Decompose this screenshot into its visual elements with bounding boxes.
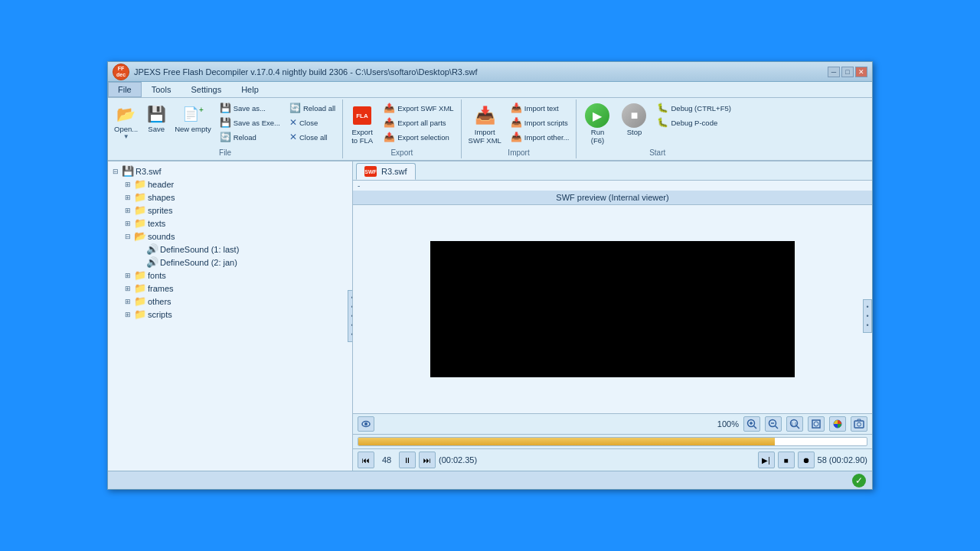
tree-node-root[interactable]: ⊟ 💾 R3.swf <box>111 165 349 178</box>
tab-label-r3: R3.swf <box>381 167 407 176</box>
zoom-out-button[interactable] <box>765 416 782 432</box>
tree-node-sounds[interactable]: ⊟ 📂 sounds <box>111 230 349 243</box>
preview-settings-button[interactable] <box>358 416 374 432</box>
run-button[interactable]: ▶ Run(F6) <box>580 101 615 147</box>
tree-node-sound1[interactable]: 🔊 DefineSound (1: last) <box>111 243 349 256</box>
screenshot-button[interactable] <box>851 416 867 432</box>
export-swf-xml-button[interactable]: 📤 Export SWF XML <box>380 101 457 115</box>
end-button[interactable]: ■ <box>778 452 795 468</box>
tree-toggle-texts[interactable]: ⊞ <box>123 220 132 227</box>
end-frame-display: 58 (00:02.90) <box>818 455 867 465</box>
import-text-button[interactable]: 📥 Import text <box>507 101 573 115</box>
close-all-icon: ✕ <box>289 132 297 142</box>
svg-point-3 <box>364 422 368 425</box>
step-forward-button[interactable]: ⏭ <box>419 452 436 468</box>
zoom-in-button[interactable] <box>743 416 760 432</box>
maximize-button[interactable]: □ <box>841 67 854 77</box>
zoom-level: 100% <box>717 419 739 429</box>
tree-toggle-frames[interactable]: ⊞ <box>123 285 132 292</box>
close-all-button[interactable]: ✕ Close all <box>286 130 339 144</box>
toolbar-start-buttons: ▶ Run(F6) ■ Stop 🐛 Debug (CTRL+F5) 🐛 Deb… <box>580 101 734 147</box>
menu-bar: File Tools Settings Help <box>108 82 872 98</box>
stop-button[interactable]: ■ Stop <box>616 101 652 139</box>
import-swf-xml-button[interactable]: 📥 ImportSWF XML <box>465 101 505 147</box>
reload-all-button[interactable]: 🔄 Reload all <box>286 101 339 115</box>
save-as-button[interactable]: 💾 Save as... <box>216 101 284 115</box>
preview-area: - SWF preview (Internal viewer) 100% <box>353 181 872 471</box>
tab-r3-swf[interactable]: SWF R3.swf <box>356 163 416 180</box>
menu-help[interactable]: Help <box>231 82 269 97</box>
tree-node-scripts[interactable]: ⊞ 📁 scripts <box>111 308 349 321</box>
tree-toggle-header[interactable]: ⊞ <box>123 181 132 188</box>
progress-bar-container[interactable] <box>358 437 867 446</box>
menu-settings[interactable]: Settings <box>181 82 231 97</box>
zoom-toolbar: 100% <box>353 413 872 434</box>
preview-minus: - <box>353 181 872 191</box>
menu-file[interactable]: File <box>108 82 142 97</box>
toolbar-export-label: Export <box>346 148 457 157</box>
debug-icon: 🐛 <box>657 103 668 113</box>
right-collapse-handle[interactable]: ••• <box>863 299 872 333</box>
save-exe-icon: 💾 <box>220 117 231 128</box>
save-as-exe-button[interactable]: 💾 Save as Exe... <box>216 116 284 129</box>
tree-node-shapes[interactable]: ⊞ 📁 shapes <box>111 191 349 204</box>
right-panel: SWF R3.swf - SWF preview (Internal viewe… <box>353 161 872 471</box>
open-button[interactable]: 📂 Open... ▼ <box>111 101 141 142</box>
tree-icon-shapes: 📁 <box>134 191 146 203</box>
tree-node-sprites[interactable]: ⊞ 📁 sprites <box>111 204 349 217</box>
tree-label-sounds: sounds <box>148 232 175 241</box>
export-fla-button[interactable]: FLA Exportto FLA <box>346 101 378 147</box>
import-others-button[interactable]: 📥 Import other... <box>507 130 573 144</box>
tree-label-sound1: DefineSound (1: last) <box>160 245 239 254</box>
tree-icon-sound2: 🔊 <box>146 256 158 268</box>
play-pause-button[interactable]: ⏸ <box>399 452 416 468</box>
loop-button[interactable]: ▶| <box>758 452 775 468</box>
import-others-icon: 📥 <box>511 132 522 142</box>
tree-toggle-sounds[interactable]: ⊟ <box>123 233 132 240</box>
tree-node-sound2[interactable]: 🔊 DefineSound (2: jan) <box>111 256 349 269</box>
menu-tools[interactable]: Tools <box>142 82 181 97</box>
tree-icon-frames: 📁 <box>134 282 146 294</box>
tree-node-fonts[interactable]: ⊞ 📁 fonts <box>111 269 349 282</box>
camera-icon <box>854 419 864 429</box>
tree-toggle-fonts[interactable]: ⊞ <box>123 272 132 279</box>
tree-node-others[interactable]: ⊞ 📁 others <box>111 295 349 308</box>
export-small-buttons: 📤 Export SWF XML 📤 Export all parts 📤 Ex… <box>380 101 457 144</box>
tab-bar: SWF R3.swf <box>353 161 872 181</box>
minimize-button[interactable]: ─ <box>828 67 840 77</box>
tree-label-shapes: shapes <box>148 193 175 202</box>
tree-toggle-root[interactable]: ⊟ <box>111 168 120 175</box>
debug-p-code-button[interactable]: 🐛 Debug P-code <box>653 116 734 129</box>
tree-toggle-sprites[interactable]: ⊞ <box>123 207 132 214</box>
playback-controls: ⏮ 48 ⏸ ⏭ (00:02.35) ▶| ■ ⏺ 58 (00:02.90) <box>353 448 872 471</box>
color-button[interactable] <box>829 416 846 432</box>
export-all-parts-button[interactable]: 📤 Export all parts <box>380 116 457 129</box>
record-button[interactable]: ⏺ <box>798 452 815 468</box>
close-button-tb[interactable]: ✕ Close <box>286 116 339 129</box>
reload-button[interactable]: 🔄 Reload <box>216 130 284 144</box>
close-button[interactable]: ✕ <box>855 67 867 77</box>
export-selection-button[interactable]: 📤 Export selection <box>380 130 457 144</box>
left-collapse-handle[interactable]: ••••• <box>348 290 353 342</box>
tree-toggle-others[interactable]: ⊞ <box>123 298 132 305</box>
tree-toggle-shapes[interactable]: ⊞ <box>123 194 132 201</box>
tree-toggle-scripts[interactable]: ⊞ <box>123 311 132 318</box>
zoom-out-icon <box>768 419 779 429</box>
tree-label-scripts: scripts <box>148 310 172 319</box>
save-button[interactable]: 💾 Save <box>142 101 170 135</box>
toolbar-start-section: ▶ Run(F6) ■ Stop 🐛 Debug (CTRL+F5) 🐛 Deb… <box>577 99 737 158</box>
zoom-fit-button[interactable] <box>808 416 825 432</box>
import-scripts-button[interactable]: 📥 Import scripts <box>507 116 573 129</box>
tree-node-texts[interactable]: ⊞ 📁 texts <box>111 217 349 230</box>
tree-view[interactable]: ⊟ 💾 R3.swf ⊞ 📁 header ⊞ 📁 shapes <box>108 161 352 471</box>
new-empty-button[interactable]: 📄+ New empty <box>172 101 214 135</box>
zoom-in-icon <box>746 419 757 429</box>
zoom-reset-button[interactable]: 1:1 <box>786 416 803 432</box>
tree-node-frames[interactable]: ⊞ 📁 frames <box>111 282 349 295</box>
rewind-button[interactable]: ⏮ <box>358 452 374 468</box>
tree-label-sprites: sprites <box>148 206 172 215</box>
debug-ctrl-f5-button[interactable]: 🐛 Debug (CTRL+F5) <box>653 101 734 115</box>
progress-bar-fill <box>358 438 775 445</box>
svg-text:1:1: 1:1 <box>791 422 798 426</box>
tree-node-header[interactable]: ⊞ 📁 header <box>111 178 349 191</box>
